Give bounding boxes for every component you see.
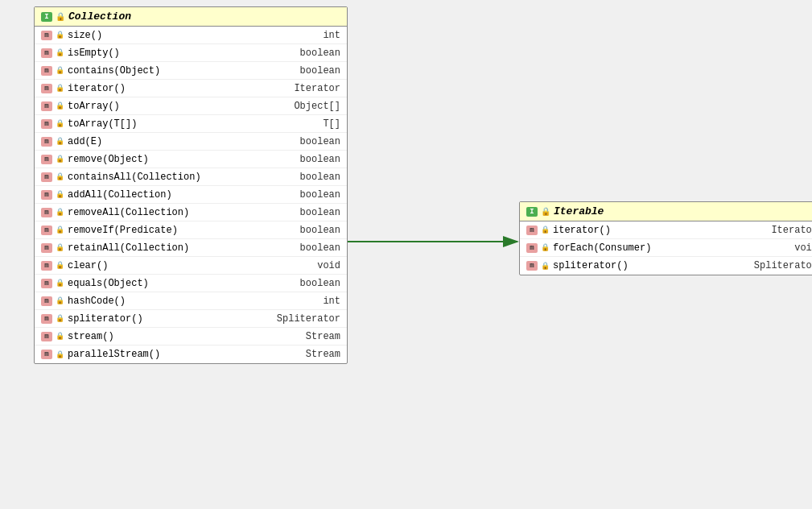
method-name: addAll(Collection) (68, 189, 294, 201)
method-badge: m (41, 190, 52, 200)
method-lock-icon: 🔒 (541, 226, 550, 234)
method-return: Spliterator (754, 260, 812, 271)
method-name: size() (68, 30, 316, 41)
method-return: int (323, 296, 340, 307)
method-lock-icon: 🔒 (56, 101, 64, 110)
method-badge: m (41, 332, 52, 341)
method-return: void (317, 260, 340, 271)
table-row: m 🔒 iterator() Iterator (520, 221, 812, 239)
iterable-header: I 🔒 Iterable (520, 202, 812, 221)
method-badge: m (41, 172, 52, 182)
method-lock-icon: 🔒 (56, 119, 64, 128)
method-lock-icon: 🔒 (56, 137, 64, 146)
table-row: m 🔒 retainAll(Collection) boolean (35, 239, 347, 257)
method-badge: m (41, 243, 52, 253)
method-badge: m (41, 296, 52, 306)
method-name: isEmpty() (68, 48, 294, 59)
table-row: m 🔒 removeIf(Predicate) boolean (35, 221, 347, 239)
method-badge: m (41, 31, 52, 40)
method-lock-icon: 🔒 (56, 296, 64, 305)
table-row: m 🔒 contains(Object) boolean (35, 62, 347, 80)
method-return: boolean (300, 225, 340, 236)
method-name: containsAll(Collection) (68, 172, 294, 183)
method-lock-icon: 🔒 (56, 243, 64, 252)
method-badge: m (41, 261, 52, 271)
method-name: spliterator() (553, 260, 748, 271)
method-badge: m (41, 155, 52, 164)
method-badge: m (526, 243, 538, 253)
method-return: T[] (323, 118, 340, 130)
method-return: boolean (300, 154, 340, 165)
table-row: m 🔒 add(E) boolean (35, 133, 347, 151)
table-row: m 🔒 remove(Object) boolean (35, 151, 347, 168)
table-row: m 🔒 toArray(T[]) T[] (35, 115, 347, 133)
method-name: hashCode() (68, 296, 316, 307)
table-row: m 🔒 containsAll(Collection) boolean (35, 168, 347, 186)
table-row: m 🔒 addAll(Collection) boolean (35, 186, 347, 204)
method-name: removeIf(Predicate) (68, 225, 294, 236)
table-row: m 🔒 spliterator() Spliterator (35, 310, 347, 328)
method-name: stream() (68, 331, 299, 342)
method-badge: m (41, 119, 52, 129)
method-name: removeAll(Collection) (68, 207, 294, 218)
table-row: m 🔒 equals(Object) boolean (35, 275, 347, 292)
method-badge: m (41, 137, 52, 147)
iterable-class-box: I 🔒 Iterable m 🔒 iterator() Iterator m 🔒… (519, 201, 812, 275)
method-lock-icon: 🔒 (56, 48, 64, 57)
method-lock-icon: 🔒 (56, 208, 64, 217)
method-badge: m (41, 226, 52, 235)
method-name: spliterator() (68, 313, 270, 325)
iterable-interface-badge: I (526, 207, 538, 217)
method-lock-icon: 🔒 (56, 314, 64, 323)
method-return: boolean (300, 65, 340, 77)
iterable-class-name: Iterable (554, 205, 604, 217)
table-row: m 🔒 iterator() Iterator (35, 80, 347, 97)
iterable-lock-icon: 🔒 (541, 207, 550, 217)
table-row: m 🔒 size() int (35, 27, 347, 44)
method-lock-icon: 🔒 (56, 350, 64, 359)
method-lock-icon: 🔒 (541, 262, 550, 271)
method-name: remove(Object) (68, 154, 294, 165)
method-lock-icon: 🔒 (56, 66, 64, 75)
method-return: boolean (300, 278, 340, 289)
method-return: Iterator (771, 225, 812, 236)
method-name: iterator() (553, 225, 765, 236)
method-badge: m (41, 66, 52, 76)
method-lock-icon: 🔒 (56, 190, 64, 199)
collection-header: I 🔒 Collection (35, 7, 347, 27)
method-name: toArray() (68, 101, 287, 112)
method-return: Iterator (294, 83, 340, 94)
method-badge: m (41, 350, 52, 359)
diagram-canvas: I 🔒 Collection m 🔒 size() int m 🔒 isEmpt… (0, 0, 812, 509)
method-return: boolean (300, 207, 340, 218)
table-row: m 🔒 stream() Stream (35, 328, 347, 346)
method-return: int (323, 30, 340, 41)
method-lock-icon: 🔒 (56, 155, 64, 163)
table-row: m 🔒 forEach(Consumer) void (520, 239, 812, 257)
method-return: boolean (300, 242, 340, 254)
method-lock-icon: 🔒 (56, 261, 64, 270)
method-name: iterator() (68, 83, 287, 94)
method-lock-icon: 🔒 (541, 243, 550, 252)
method-name: clear() (68, 260, 311, 271)
table-row: m 🔒 parallelStream() Stream (35, 346, 347, 363)
method-badge: m (41, 279, 52, 288)
method-return: Object[] (294, 101, 340, 112)
method-name: add(E) (68, 136, 294, 147)
method-name: parallelStream() (68, 349, 299, 360)
method-name: equals(Object) (68, 278, 294, 289)
method-badge: m (41, 84, 52, 93)
method-lock-icon: 🔒 (56, 332, 64, 341)
table-row: m 🔒 hashCode() int (35, 292, 347, 310)
method-return: boolean (300, 48, 340, 59)
method-badge: m (41, 101, 52, 111)
method-badge: m (526, 226, 538, 235)
collection-methods-list: m 🔒 size() int m 🔒 isEmpty() boolean m 🔒… (35, 27, 347, 363)
method-return: Stream (306, 349, 340, 360)
method-name: toArray(T[]) (68, 118, 316, 130)
method-lock-icon: 🔒 (56, 31, 64, 39)
method-name: contains(Object) (68, 65, 294, 77)
method-lock-icon: 🔒 (56, 226, 64, 234)
table-row: m 🔒 toArray() Object[] (35, 97, 347, 115)
method-badge: m (41, 208, 52, 217)
